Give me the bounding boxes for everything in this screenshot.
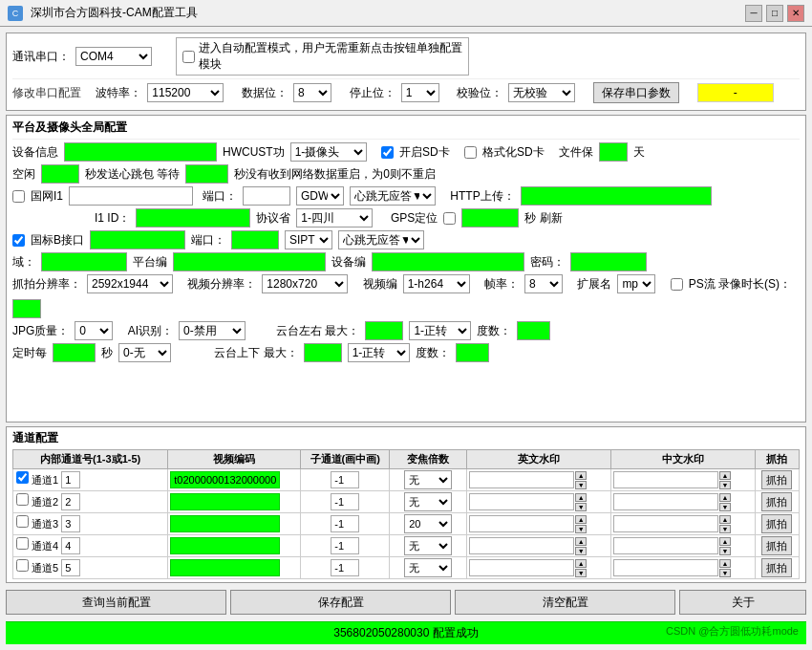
- stopbits-select[interactable]: 12: [401, 83, 439, 102]
- platform-code-input[interactable]: 41010500002000000001: [173, 252, 326, 271]
- jpg-quality-select[interactable]: 0123: [75, 321, 113, 340]
- channel-2-subch-input[interactable]: [331, 493, 359, 510]
- channel-2-capture-button[interactable]: 抓拍: [761, 492, 792, 511]
- ai-select[interactable]: 0-禁用1-启用: [179, 321, 246, 340]
- wanb-checkbox[interactable]: [12, 234, 25, 247]
- about-button[interactable]: 关于: [679, 590, 806, 615]
- pan-left-input[interactable]: 285: [365, 321, 403, 340]
- i1-province-select[interactable]: 1-四川2-广东: [296, 208, 373, 228]
- channel-1-capture-button[interactable]: 抓拍: [761, 470, 792, 489]
- channel-5-capture-button[interactable]: 抓拍: [761, 558, 792, 577]
- wanb-ip-input[interactable]: 8.142.93.212: [90, 230, 185, 249]
- channel-1-subch-input[interactable]: [331, 471, 359, 488]
- gps-refresh-input[interactable]: 86000: [461, 208, 519, 228]
- channel-1-code-input[interactable]: [170, 471, 280, 488]
- channel-5-zoom-select[interactable]: 无24820: [404, 558, 452, 577]
- channel-1-eng-up[interactable]: ▲: [575, 471, 587, 480]
- channel-3-chs-up[interactable]: ▲: [719, 515, 731, 524]
- channel-1-eng-watermark[interactable]: [469, 471, 574, 488]
- parity-select[interactable]: 无校验奇校验偶校验: [508, 83, 575, 102]
- channel-1-chs-up[interactable]: ▲: [719, 471, 731, 480]
- channel-5-code-input[interactable]: [170, 559, 280, 576]
- pan-left-dir-select[interactable]: 1-正转2-反转: [409, 321, 471, 340]
- wan1-ip-input[interactable]: [69, 186, 193, 206]
- channel-2-chs-down[interactable]: ▼: [719, 503, 731, 511]
- domain-input[interactable]: 4101050000: [41, 252, 127, 271]
- channel-3-subch-input[interactable]: [331, 515, 359, 532]
- baud-select[interactable]: 1152009600192003840057600: [147, 83, 224, 102]
- wan1-port-input[interactable]: [243, 186, 290, 206]
- timer-input[interactable]: 1800: [53, 343, 96, 362]
- channel-4-subch-input[interactable]: [331, 537, 359, 554]
- channel-5-chs-down[interactable]: ▼: [719, 569, 731, 577]
- timer-action-select[interactable]: 0-无1-重启: [118, 343, 171, 362]
- channel-2-eng-watermark[interactable]: [469, 493, 574, 510]
- device-info-input[interactable]: 1.3.8_V55 23/09/24 21:59: [64, 142, 217, 162]
- comm-select[interactable]: COM4COM1COM2COM3: [75, 47, 152, 66]
- channel-4-chs-up[interactable]: ▲: [719, 537, 731, 546]
- channel-5-checkbox[interactable]: [16, 559, 29, 572]
- channel-3-checkbox[interactable]: [16, 515, 29, 528]
- channel-2-chs-up[interactable]: ▲: [719, 493, 731, 502]
- channel-3-chs-down[interactable]: ▼: [719, 525, 731, 533]
- wan1-checkbox[interactable]: [12, 190, 25, 203]
- wan1-proto-select[interactable]: GDW: [296, 186, 344, 206]
- channel-5-num[interactable]: [61, 559, 80, 576]
- video-res-select[interactable]: 1280x7201920x10802592x1944: [262, 274, 348, 293]
- gps-checkbox[interactable]: [443, 212, 456, 225]
- channel-2-code-input[interactable]: [170, 493, 280, 510]
- channel-5-eng-watermark[interactable]: [469, 559, 574, 576]
- file-keep-input[interactable]: 10: [599, 142, 628, 162]
- channel-2-num[interactable]: [61, 493, 80, 510]
- wait-input[interactable]: 1800: [185, 164, 228, 184]
- auto-mode-checkbox[interactable]: [182, 51, 195, 63]
- pan-up-dir-select[interactable]: 1-正转2-反转: [348, 343, 410, 362]
- channel-2-chs-watermark[interactable]: [613, 493, 718, 510]
- channel-1-chs-watermark[interactable]: [613, 471, 718, 488]
- channel-1-chs-down[interactable]: ▼: [719, 481, 731, 489]
- channel-4-eng-watermark[interactable]: [469, 537, 574, 554]
- channel-3-num[interactable]: [61, 515, 80, 532]
- channel-3-eng-up[interactable]: ▲: [575, 515, 587, 524]
- channel-1-eng-down[interactable]: ▼: [575, 481, 587, 489]
- close-button[interactable]: ✕: [787, 5, 804, 22]
- channel-5-eng-up[interactable]: ▲: [575, 559, 587, 568]
- capture-res-select[interactable]: 2592x19441920x10801280x720: [87, 274, 173, 293]
- channel-3-zoom-select[interactable]: 无24820: [404, 514, 452, 533]
- channel-1-checkbox[interactable]: [16, 471, 29, 484]
- channel-4-num[interactable]: [61, 537, 80, 554]
- databits-select[interactable]: 87: [293, 83, 331, 102]
- channel-2-eng-down[interactable]: ▼: [575, 503, 587, 511]
- channel-4-eng-down[interactable]: ▼: [575, 547, 587, 555]
- channel-5-subch-input[interactable]: [331, 559, 359, 576]
- channel-4-zoom-select[interactable]: 无24820: [404, 536, 452, 555]
- channel-3-capture-button[interactable]: 抓拍: [761, 514, 792, 533]
- video-enc-select[interactable]: 1-h2642-h265: [403, 274, 470, 293]
- pan-up-deg-input[interactable]: 25: [456, 343, 489, 362]
- channel-1-num[interactable]: [61, 471, 80, 488]
- save-config-button[interactable]: 保存配置: [230, 590, 451, 615]
- ext-select[interactable]: mpts: [617, 274, 655, 293]
- hwcust-select[interactable]: 1-摄像头2-录像机: [290, 142, 367, 162]
- query-config-button[interactable]: 查询当前配置: [6, 590, 226, 615]
- channel-4-chs-watermark[interactable]: [613, 537, 718, 554]
- channel-3-eng-watermark[interactable]: [469, 515, 574, 532]
- channel-3-eng-down[interactable]: ▼: [575, 525, 587, 533]
- channel-2-checkbox[interactable]: [16, 493, 29, 506]
- ps-stream-input[interactable]: 15: [12, 299, 41, 318]
- password-input[interactable]: kyw9xgc4x: [570, 252, 647, 271]
- wanb-heart-select[interactable]: 心跳无应答▼: [338, 230, 424, 249]
- channel-5-chs-up[interactable]: ▲: [719, 559, 731, 568]
- channel-5-chs-watermark[interactable]: [613, 559, 718, 576]
- enable-sd-checkbox[interactable]: [381, 146, 394, 159]
- device-code-input[interactable]: 34020000001320000820: [372, 252, 524, 271]
- format-sd-checkbox[interactable]: [464, 146, 477, 159]
- channel-3-chs-watermark[interactable]: [613, 515, 718, 532]
- channel-4-chs-down[interactable]: ▼: [719, 547, 731, 555]
- pan-up-input[interactable]: 150: [304, 343, 342, 362]
- channel-5-eng-down[interactable]: ▼: [575, 569, 587, 577]
- save-serial-button[interactable]: 保存串口参数: [593, 82, 679, 103]
- i1-id-input[interactable]: CQND2023041000: [136, 208, 250, 228]
- maximize-button[interactable]: □: [766, 5, 783, 22]
- ps-stream-checkbox[interactable]: [671, 278, 683, 291]
